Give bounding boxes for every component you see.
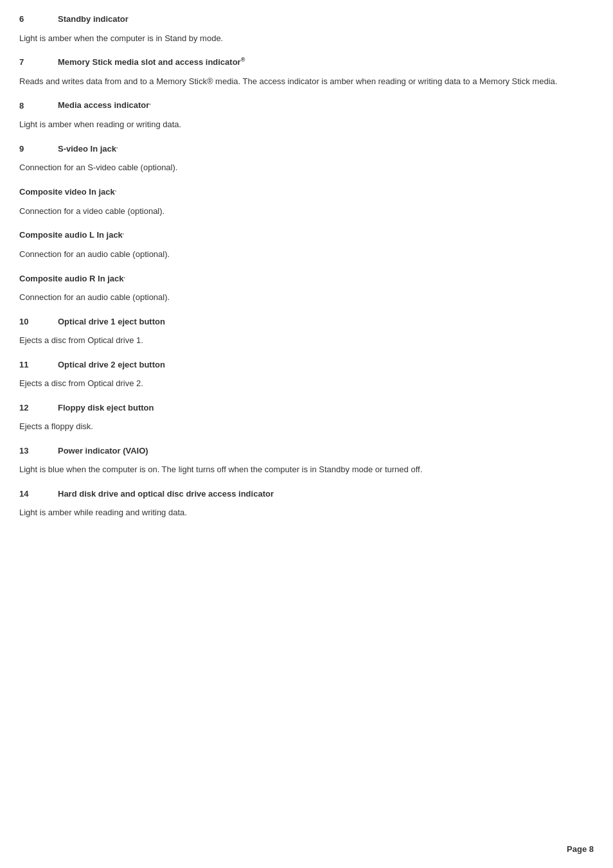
composite-audio-l-header: Composite audio L In jack.	[19, 229, 594, 242]
section-6-header: 6 Standby indicator	[19, 13, 594, 26]
section-11-title: Optical drive 2 eject button	[58, 359, 165, 371]
composite-video-body: Connection for a video cable (optional).	[19, 205, 594, 218]
section-14-title: Hard disk drive and optical disc drive a…	[58, 488, 274, 500]
section-6-body: Light is amber when the computer is in S…	[19, 32, 594, 45]
sub-section-composite-audio-r: Composite audio R In jack. Connection fo…	[19, 272, 594, 304]
section-7-header: 7 Memory Stick media slot and access ind…	[19, 56, 594, 69]
section-13-number: 13	[19, 445, 58, 457]
section-14-body: Light is amber while reading and writing…	[19, 506, 594, 519]
section-8-body: Light is amber when reading or writing d…	[19, 118, 594, 131]
section-6: 6 Standby indicator Light is amber when …	[19, 13, 594, 44]
composite-audio-r-header: Composite audio R In jack.	[19, 272, 594, 285]
section-9-title: S-video In jack.	[58, 143, 118, 155]
section-13: 13 Power indicator (VAIO) Light is blue …	[19, 445, 594, 476]
section-8-title: Media access indicator.	[58, 99, 151, 112]
section-8-header: 8 Media access indicator.	[19, 99, 594, 112]
section-10-number: 10	[19, 315, 58, 328]
section-9-header: 9 S-video In jack.	[19, 143, 594, 155]
section-6-title: Standby indicator	[58, 13, 129, 26]
sub-section-composite-audio-l: Composite audio L In jack. Connection fo…	[19, 229, 594, 260]
section-8: 8 Media access indicator. Light is amber…	[19, 99, 594, 130]
section-14-number: 14	[19, 488, 58, 500]
section-12: 12 Floppy disk eject button Ejects a flo…	[19, 402, 594, 433]
section-13-header: 13 Power indicator (VAIO)	[19, 445, 594, 457]
section-10-header: 10 Optical drive 1 eject button	[19, 315, 594, 328]
composite-audio-r-body: Connection for an audio cable (optional)…	[19, 291, 594, 304]
section-6-number: 6	[19, 13, 58, 26]
section-14: 14 Hard disk drive and optical disc driv…	[19, 488, 594, 519]
section-10-body: Ejects a disc from Optical drive 1.	[19, 334, 594, 347]
section-9-body: Connection for an S-video cable (optiona…	[19, 161, 594, 174]
section-7-number: 7	[19, 56, 58, 69]
section-9: 9 S-video In jack. Connection for an S-v…	[19, 143, 594, 174]
section-9-number: 9	[19, 143, 58, 155]
section-7-title: Memory Stick media slot and access indic…	[58, 56, 245, 69]
section-12-body: Ejects a floppy disk.	[19, 420, 594, 433]
section-10: 10 Optical drive 1 eject button Ejects a…	[19, 315, 594, 347]
section-12-header: 12 Floppy disk eject button	[19, 402, 594, 414]
section-7-body: Reads and writes data from and to a Memo…	[19, 75, 594, 88]
section-14-header: 14 Hard disk drive and optical disc driv…	[19, 488, 594, 500]
section-11-header: 11 Optical drive 2 eject button	[19, 359, 594, 371]
section-8-number: 8	[19, 100, 58, 112]
sub-section-composite-video: Composite video In jack. Connection for …	[19, 186, 594, 217]
section-13-title: Power indicator (VAIO)	[58, 445, 148, 457]
section-13-body: Light is blue when the computer is on. T…	[19, 463, 594, 476]
section-10-title: Optical drive 1 eject button	[58, 315, 165, 328]
section-7: 7 Memory Stick media slot and access ind…	[19, 56, 594, 87]
section-11-number: 11	[19, 359, 58, 371]
section-12-number: 12	[19, 402, 58, 414]
composite-audio-l-body: Connection for an audio cable (optional)…	[19, 248, 594, 261]
section-11: 11 Optical drive 2 eject button Ejects a…	[19, 359, 594, 390]
composite-video-header: Composite video In jack.	[19, 186, 594, 199]
section-12-title: Floppy disk eject button	[58, 402, 154, 414]
section-11-body: Ejects a disc from Optical drive 2.	[19, 377, 594, 390]
